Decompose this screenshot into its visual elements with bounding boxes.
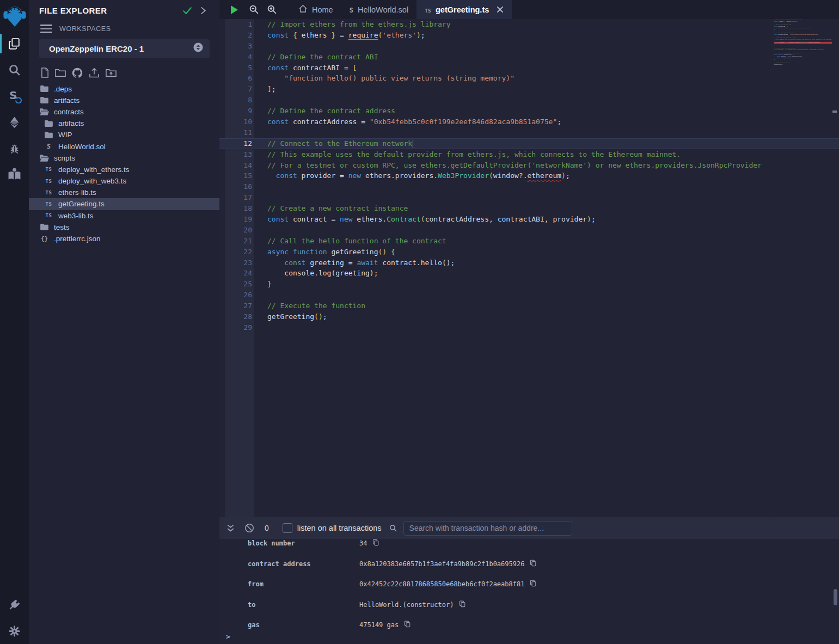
collapse-terminal-icon[interactable]	[226, 524, 235, 533]
tx-row-label: from	[248, 580, 359, 588]
tree-item-web3-lib-ts[interactable]: TSweb3-lib.ts	[29, 210, 219, 222]
solidity-compiler-icon[interactable]: S	[0, 83, 29, 109]
tab-label: getGreeting.ts	[436, 5, 489, 14]
copy-icon[interactable]	[372, 539, 379, 546]
remix-logo-icon[interactable]	[0, 0, 29, 30]
tree-item-helloworld-sol[interactable]: SHelloWorld.sol	[29, 140, 219, 152]
typescript-file-icon: TS	[44, 213, 53, 218]
tree-item-artifacts[interactable]: artifacts	[29, 118, 219, 129]
line-number: 6	[219, 73, 252, 84]
line-number: 27	[219, 300, 252, 311]
workspaces-row: WORKSPACES	[29, 15, 219, 33]
line-number: 15	[219, 170, 252, 181]
tree-item-label: ethers-lib.ts	[58, 188, 96, 197]
saved-check-icon	[182, 7, 192, 15]
tree-item-label: deploy_with_ethers.ts	[58, 165, 130, 174]
line-number: 4	[219, 52, 252, 63]
settings-icon[interactable]	[0, 618, 29, 644]
copy-icon[interactable]	[530, 560, 536, 567]
remix-ide-window: S FILE EXPLORER WORKSPACES OpenZeppelin …	[0, 0, 839, 644]
tree-item--prettierrc-json[interactable]: {}.prettierrc.json	[29, 233, 219, 244]
tree-item-wip[interactable]: WIP	[29, 129, 219, 140]
search-icon[interactable]	[0, 57, 29, 83]
folder-open-icon	[40, 155, 49, 162]
file-explorer-icon[interactable]	[0, 30, 29, 57]
tree-item-deploy-with-web3-ts[interactable]: TSdeploy_with_web3.ts	[29, 175, 219, 187]
solidity-file-icon: S	[350, 5, 353, 14]
zoom-out-icon[interactable]	[249, 4, 259, 15]
line-number: 11	[219, 127, 252, 138]
line-number: 20	[219, 225, 252, 236]
clear-console-icon[interactable]	[244, 523, 254, 533]
github-icon[interactable]	[72, 68, 83, 78]
tree-item-contracts[interactable]: contracts	[29, 106, 219, 118]
learneth-icon[interactable]	[0, 161, 29, 187]
tree-item--deps[interactable]: .deps	[29, 83, 219, 95]
code-line-5: 5const contractABI = [	[219, 63, 839, 73]
chevron-right-icon[interactable]	[200, 7, 206, 15]
tree-item-label: web3-lib.ts	[58, 212, 94, 220]
folder-icon	[40, 224, 49, 230]
tx-row-value: 475149 gas	[359, 621, 399, 629]
file-explorer-toolbar	[29, 58, 219, 78]
tx-row-gas: gas475149 gas	[219, 621, 839, 642]
tree-item-artifacts[interactable]: artifacts	[29, 95, 219, 106]
zoom-in-icon[interactable]	[267, 4, 277, 15]
tx-row-value: HelloWorld.(constructor)	[359, 601, 454, 609]
tx-row-from: from0x42452c22c88178685850e68beb6cf0f2ae…	[219, 580, 839, 601]
code-line-27: 27// Execute the function	[219, 300, 839, 311]
line-number: 5	[219, 63, 252, 73]
tree-item-label: deploy_with_web3.ts	[58, 177, 126, 185]
tree-item-tests[interactable]: tests	[29, 222, 219, 233]
code-line-4: 4// Define the contract ABI	[219, 52, 839, 63]
tree-item-label: HelloWorld.sol	[58, 143, 106, 151]
line-number: 10	[219, 116, 252, 127]
terminal-search-input[interactable]	[403, 521, 572, 536]
tab-getgreeting-ts[interactable]: TSgetGreeting.ts	[417, 0, 512, 19]
upload-file-icon[interactable]	[89, 68, 100, 78]
minimap[interactable]: // Import ethers from the ethers.js libr…	[774, 19, 832, 517]
debugger-icon[interactable]	[0, 135, 29, 161]
line-number: 18	[219, 203, 252, 214]
plugin-manager-icon[interactable]	[0, 592, 29, 618]
code-line-14: 14// For a testnet or custom RPC, use et…	[219, 160, 839, 171]
terminal-panel: 0 listen on all transactions block numbe…	[219, 517, 839, 644]
tx-row-label: contract address	[248, 560, 359, 568]
deploy-and-run-icon[interactable]	[0, 109, 29, 135]
line-number: 16	[219, 181, 252, 192]
code-editor[interactable]: 1// Import ethers from the ethers.js lib…	[219, 19, 839, 517]
tab-home[interactable]: Home	[290, 0, 341, 19]
tx-row-value: 0x42452c22c88178685850e68beb6cf0f2aeab8f…	[359, 580, 524, 588]
code-line-7: 7];	[219, 84, 839, 95]
tree-item-getgreeting-ts[interactable]: TSgetGreeting.ts	[29, 198, 219, 210]
tab-helloworld-sol[interactable]: SHelloWorld.sol	[341, 0, 417, 19]
copy-icon[interactable]	[404, 621, 411, 628]
line-number: 22	[219, 247, 252, 257]
terminal-scrollbar[interactable]	[834, 589, 837, 605]
code-line-17: 17	[219, 192, 839, 203]
terminal-prompt[interactable]: >	[226, 633, 230, 641]
tree-item-ethers-lib-ts[interactable]: TSethers-lib.ts	[29, 187, 219, 198]
copy-icon[interactable]	[530, 580, 536, 587]
line-number: 7	[219, 84, 252, 95]
run-script-button[interactable]	[231, 5, 238, 14]
new-folder-icon[interactable]	[55, 68, 66, 77]
transaction-count: 0	[265, 524, 269, 532]
copy-icon[interactable]	[459, 600, 466, 608]
folder-icon	[44, 132, 53, 138]
tx-row-contract-address: contract address0x8a120383e6057b1f3aef4f…	[219, 560, 839, 581]
listen-checkbox[interactable]	[283, 523, 292, 533]
workspaces-menu-icon[interactable]	[40, 24, 52, 33]
close-tab-icon[interactable]	[497, 6, 504, 13]
line-number: 23	[219, 257, 252, 268]
load-folder-icon[interactable]	[106, 68, 117, 77]
line-number: 3	[219, 41, 252, 52]
code-lines: 1// Import ethers from the ethers.js lib…	[219, 19, 839, 333]
tree-item-label: tests	[54, 223, 70, 231]
code-line-25: 25}	[219, 279, 839, 290]
tree-item-deploy-with-ethers-ts[interactable]: TSdeploy_with_ethers.ts	[29, 164, 219, 175]
workspace-select[interactable]: OpenZeppelin ERC20 - 1	[39, 39, 210, 58]
line-number: 1	[219, 19, 252, 30]
tree-item-scripts[interactable]: scripts	[29, 152, 219, 164]
new-file-icon[interactable]	[41, 68, 49, 78]
